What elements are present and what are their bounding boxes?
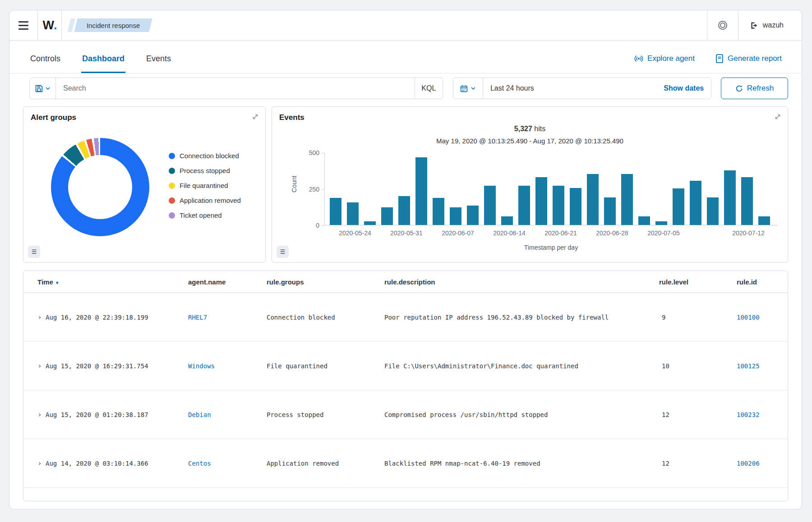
report-icon bbox=[715, 54, 724, 63]
table-row[interactable]: ›Aug 15, 2020 @ 16:29:31.754WindowsFile … bbox=[23, 342, 788, 390]
histogram-bar[interactable] bbox=[690, 181, 701, 225]
cell-rule-id[interactable]: 100100 bbox=[737, 314, 760, 321]
alert-groups-donut-chart[interactable] bbox=[51, 138, 149, 236]
column-header-rule-description[interactable]: rule.description bbox=[384, 278, 435, 286]
refresh-label: Refresh bbox=[747, 84, 774, 93]
expand-panel-icon[interactable] bbox=[773, 112, 782, 121]
histogram-bar[interactable] bbox=[707, 197, 719, 225]
y-axis-tick-label: 0 bbox=[292, 222, 319, 229]
expand-row-icon[interactable]: › bbox=[37, 313, 42, 321]
show-dates-button[interactable]: Show dates bbox=[656, 84, 711, 92]
search-input[interactable] bbox=[56, 78, 415, 99]
panel-title: Alert groups bbox=[31, 113, 76, 122]
histogram-bar[interactable] bbox=[655, 221, 667, 225]
histogram-bar[interactable] bbox=[484, 186, 496, 225]
histogram-bar[interactable] bbox=[724, 170, 736, 225]
menu-icon[interactable] bbox=[9, 10, 37, 40]
expand-row-icon[interactable]: › bbox=[37, 410, 42, 419]
histogram-bar[interactable] bbox=[467, 206, 479, 225]
time-range-value[interactable]: Last 24 hours bbox=[483, 84, 541, 92]
saved-query-button[interactable] bbox=[30, 78, 56, 99]
cell-rule-groups: Connection blocked bbox=[267, 314, 335, 321]
tab-events[interactable]: Events bbox=[145, 54, 172, 73]
histogram-bar[interactable] bbox=[535, 177, 547, 225]
histogram-bar[interactable] bbox=[758, 216, 770, 225]
histogram-bar[interactable] bbox=[553, 186, 564, 225]
legend-item[interactable]: Ticket opened bbox=[169, 211, 241, 219]
column-header-rule-groups[interactable]: rule.groups bbox=[267, 278, 304, 286]
histogram-bar[interactable] bbox=[347, 202, 359, 225]
expand-panel-icon[interactable] bbox=[251, 112, 260, 121]
app-window: W. Incident response wazuh Controls Dash… bbox=[9, 10, 802, 509]
legend-item[interactable]: Process stopped bbox=[169, 167, 241, 174]
kql-selector-button[interactable]: KQL bbox=[415, 78, 443, 99]
chevron-down-icon bbox=[471, 86, 476, 91]
column-header-rule-id[interactable]: rule.id bbox=[737, 278, 757, 286]
cell-rule-description: Compromised process /usr/sbin/httpd stop… bbox=[384, 411, 548, 418]
explore-agent-label: Explore agent bbox=[647, 54, 695, 63]
cell-agent-name[interactable]: RHEL7 bbox=[188, 314, 207, 321]
save-icon bbox=[35, 85, 43, 92]
histogram-bar[interactable] bbox=[450, 207, 461, 225]
column-header-agent-name[interactable]: agent.name bbox=[188, 278, 226, 286]
health-status-icon[interactable] bbox=[707, 10, 738, 40]
generate-report-button[interactable]: Generate report bbox=[715, 54, 782, 63]
cell-agent-name[interactable]: Debian bbox=[188, 411, 211, 418]
cell-rule-level: 10 bbox=[662, 362, 669, 370]
histogram-bar[interactable] bbox=[621, 174, 633, 225]
histogram-bar[interactable] bbox=[604, 197, 616, 225]
histogram-bar[interactable] bbox=[433, 198, 444, 225]
panel-menu-button[interactable]: ☰ bbox=[28, 246, 40, 258]
legend-item[interactable]: File quarantined bbox=[169, 182, 241, 189]
cell-agent-name[interactable]: Windows bbox=[188, 362, 215, 370]
calendar-button[interactable] bbox=[453, 78, 483, 99]
cell-rule-id[interactable]: 100232 bbox=[737, 411, 760, 418]
events-bar-chart[interactable]: 5002500 bbox=[324, 153, 778, 225]
expand-row-icon[interactable]: › bbox=[37, 459, 42, 467]
legend-item[interactable]: Application removed bbox=[169, 197, 241, 204]
panel-menu-button[interactable]: ☰ bbox=[277, 246, 289, 258]
chart-date-range: May 19, 2020 @ 10:13:25.490 - Aug 17, 20… bbox=[272, 137, 788, 145]
legend-label: Process stopped bbox=[180, 167, 230, 174]
table-row[interactable]: ›Aug 15, 2020 @ 01:20:38.187DebianProces… bbox=[23, 390, 788, 439]
legend-label: Connection blocked bbox=[180, 152, 239, 160]
table-row[interactable]: ›Aug 16, 2020 @ 22:39:18.199RHEL7Connect… bbox=[23, 293, 788, 342]
cell-rule-level: 12 bbox=[662, 411, 669, 418]
histogram-bar[interactable] bbox=[587, 174, 599, 225]
histogram-bar[interactable] bbox=[638, 216, 650, 225]
explore-agent-button[interactable]: Explore agent bbox=[634, 54, 695, 63]
x-axis-tick-label: 2020-06-07 bbox=[442, 229, 474, 237]
column-header-rule-level[interactable]: rule.level bbox=[659, 278, 688, 286]
divider bbox=[61, 10, 62, 40]
histogram-bar[interactable] bbox=[673, 188, 684, 225]
cell-agent-name[interactable]: Centos bbox=[188, 460, 211, 467]
table-row[interactable]: ›Aug 14, 2020 @ 03:10:14.366CentosApplic… bbox=[23, 439, 788, 488]
legend-label: Ticket opened bbox=[180, 211, 222, 219]
logo-dot: . bbox=[54, 18, 57, 32]
sort-desc-icon: ▼ bbox=[55, 280, 60, 285]
histogram-bar[interactable] bbox=[364, 221, 376, 225]
cell-rule-id[interactable]: 100125 bbox=[737, 362, 760, 370]
cell-rule-id[interactable]: 100206 bbox=[737, 460, 760, 467]
x-axis-tick-label: 2020-05-31 bbox=[390, 229, 423, 237]
histogram-bar[interactable] bbox=[330, 198, 341, 225]
legend-label: File quarantined bbox=[180, 182, 228, 189]
histogram-bar[interactable] bbox=[518, 186, 530, 225]
histogram-bar[interactable] bbox=[570, 188, 581, 225]
legend-item[interactable]: Connection blocked bbox=[169, 152, 241, 160]
user-menu[interactable]: wazuh bbox=[738, 10, 802, 40]
tab-dashboard[interactable]: Dashboard bbox=[81, 54, 125, 73]
histogram-bar[interactable] bbox=[381, 207, 393, 225]
column-header-time[interactable]: Time▼ bbox=[37, 278, 60, 286]
histogram-bar[interactable] bbox=[398, 196, 410, 225]
histogram-bar[interactable] bbox=[501, 216, 513, 225]
histogram-bar[interactable] bbox=[741, 177, 753, 225]
breadcrumb[interactable]: Incident response bbox=[69, 18, 151, 32]
legend-color-dot bbox=[169, 183, 175, 189]
tab-controls[interactable]: Controls bbox=[29, 54, 61, 73]
wazuh-logo[interactable]: W. bbox=[38, 10, 61, 40]
expand-row-icon[interactable]: › bbox=[37, 362, 42, 370]
cell-time: Aug 14, 2020 @ 03:10:14.366 bbox=[46, 460, 148, 467]
refresh-button[interactable]: Refresh bbox=[721, 78, 788, 99]
histogram-bar[interactable] bbox=[415, 157, 427, 225]
